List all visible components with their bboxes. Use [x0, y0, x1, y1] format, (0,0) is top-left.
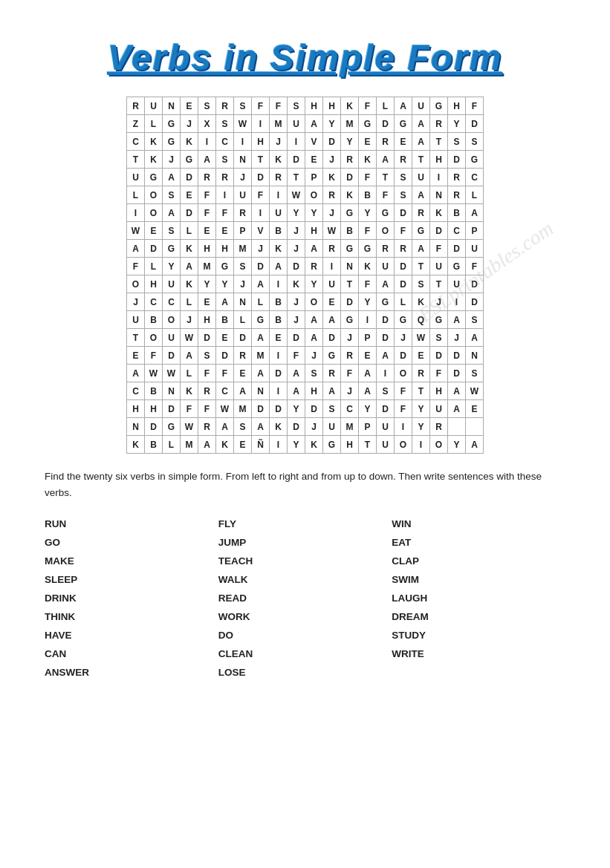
grid-cell: G — [163, 133, 181, 151]
grid-cell: U — [127, 169, 145, 186]
grid-cell: M — [341, 418, 359, 436]
grid-cell: C — [163, 293, 181, 311]
wordsearch-grid: RUNESRSFFSHHKFLAUGHFZLGJXSWIMUAYMGDGARYD… — [126, 97, 484, 454]
grid-cell: E — [181, 97, 198, 115]
grid-cell: R — [448, 169, 466, 186]
word-item: WRITE — [392, 645, 565, 664]
grid-cell: N — [252, 382, 270, 400]
grid-cell: E — [412, 347, 430, 365]
grid-cell: D — [198, 329, 216, 347]
grid-cell: L — [181, 222, 198, 240]
word-item: EAT — [392, 534, 565, 552]
grid-cell: I — [395, 418, 412, 436]
grid-cell: Y — [359, 204, 377, 222]
grid-cell: R — [216, 97, 234, 115]
grid-cell: Y — [198, 275, 216, 293]
instructions-text: Find the twenty six verbs in simple form… — [45, 469, 565, 500]
grid-cell: E — [216, 329, 234, 347]
grid-cell: M — [198, 258, 216, 275]
grid-cell: I — [430, 169, 448, 186]
grid-cell: I — [270, 186, 288, 204]
grid-cell: E — [127, 347, 145, 365]
grid-cell: F — [198, 400, 216, 418]
grid-cell: B — [216, 311, 234, 329]
grid-cell: Y — [323, 115, 341, 133]
grid-cell: D — [395, 258, 412, 275]
grid-cell: Y — [163, 258, 181, 275]
grid-cell: U — [127, 311, 145, 329]
grid-cell: G — [163, 115, 181, 133]
grid-cell: A — [377, 151, 395, 169]
grid-cell: K — [127, 436, 145, 454]
grid-cell: G — [395, 311, 412, 329]
grid-cell: C — [216, 382, 234, 400]
grid-cell: A — [377, 275, 395, 293]
grid-cell: K — [341, 97, 359, 115]
grid-cell: D — [252, 400, 270, 418]
grid-cell: U — [430, 258, 448, 275]
grid-cell: L — [377, 97, 395, 115]
grid-cell: O — [395, 365, 412, 382]
grid-cell: D — [377, 115, 395, 133]
grid-cell: C — [127, 133, 145, 151]
grid-cell: M — [234, 240, 252, 258]
word-item: WALK — [218, 571, 392, 590]
grid-cell: U — [377, 418, 395, 436]
grid-cell: C — [448, 222, 466, 240]
grid-cell: K — [305, 436, 323, 454]
grid-cell: K — [288, 275, 305, 293]
grid-cell: J — [252, 240, 270, 258]
grid-cell: D — [448, 365, 466, 382]
grid-cell: C — [127, 382, 145, 400]
grid-cell: I — [270, 382, 288, 400]
grid-cell: Y — [305, 204, 323, 222]
grid-cell: I — [234, 133, 252, 151]
grid-cell: H — [216, 240, 234, 258]
grid-cell: G — [466, 151, 484, 169]
grid-cell: F — [430, 240, 448, 258]
grid-cell: Y — [412, 418, 430, 436]
grid-cell: G — [341, 240, 359, 258]
grid-cell: F — [198, 365, 216, 382]
grid-cell: Y — [359, 400, 377, 418]
grid-cell: C — [145, 293, 163, 311]
grid-cell: S — [216, 115, 234, 133]
grid-cell: A — [181, 347, 198, 365]
grid-cell: L — [127, 186, 145, 204]
grid-cell: G — [252, 311, 270, 329]
grid-cell: E — [198, 293, 216, 311]
word-item: DRINK — [45, 590, 218, 608]
grid-cell: U — [270, 204, 288, 222]
grid-cell: U — [163, 329, 181, 347]
grid-cell: A — [198, 151, 216, 169]
grid-cell: P — [359, 329, 377, 347]
grid-cell: E — [323, 293, 341, 311]
grid-cell: W — [412, 329, 430, 347]
grid-cell: J — [288, 293, 305, 311]
grid-cell: F — [270, 97, 288, 115]
grid-cell: F — [181, 400, 198, 418]
grid-cell: L — [163, 436, 181, 454]
grid-cell: S — [234, 97, 252, 115]
grid-cell: S — [430, 329, 448, 347]
grid-cell: S — [163, 222, 181, 240]
grid-cell: K — [181, 133, 198, 151]
page-title: Verbs in Simple Form — [45, 37, 565, 78]
grid-cell: H — [198, 311, 216, 329]
grid-cell: A — [181, 258, 198, 275]
grid-cell: H — [252, 133, 270, 151]
grid-cell: E — [198, 222, 216, 240]
grid-cell: G — [448, 258, 466, 275]
grid-cell: G — [163, 240, 181, 258]
word-item: READ — [218, 590, 392, 608]
grid-cell: T — [341, 275, 359, 293]
grid-cell: A — [305, 311, 323, 329]
grid-cell: Y — [359, 293, 377, 311]
grid-cell: F — [359, 97, 377, 115]
word-item: CAN — [45, 645, 218, 664]
grid-cell: B — [145, 311, 163, 329]
grid-cell: O — [377, 222, 395, 240]
grid-cell: A — [252, 275, 270, 293]
grid-cell: L — [395, 293, 412, 311]
grid-cell: V — [305, 133, 323, 151]
